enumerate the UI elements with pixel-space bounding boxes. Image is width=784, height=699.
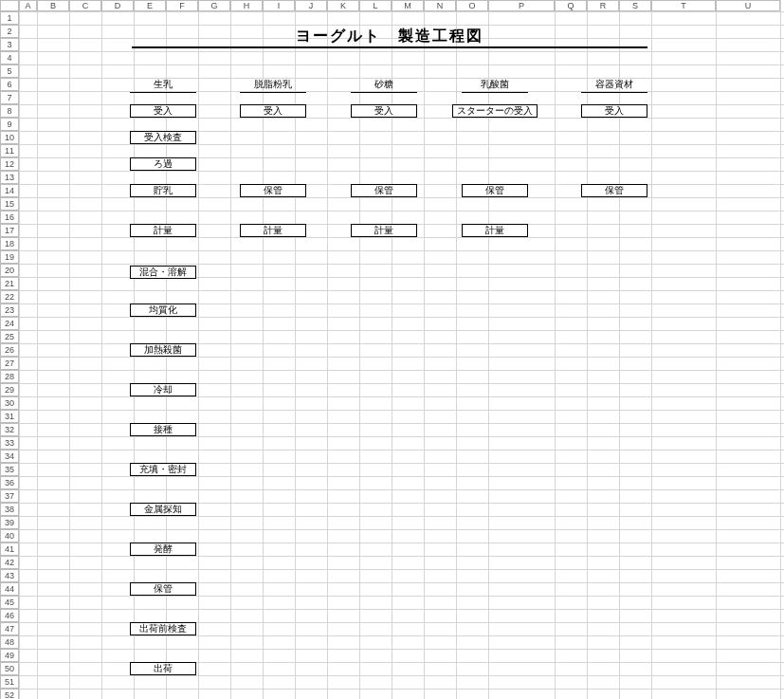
col-header-U[interactable]: U — [716, 0, 780, 11]
row-header-4[interactable]: 4 — [0, 51, 19, 64]
row-header-31[interactable]: 31 — [0, 410, 19, 423]
row-header-45[interactable]: 45 — [0, 596, 19, 609]
row-header-11[interactable]: 11 — [0, 144, 19, 157]
process-box-r39-milk: 金属探知 — [130, 503, 196, 516]
row-header-12[interactable]: 12 — [0, 157, 19, 171]
col-header-A[interactable]: A — [19, 0, 37, 11]
row-header-36[interactable]: 36 — [0, 476, 19, 489]
row-header-21[interactable]: 21 — [0, 277, 19, 290]
row-header-37[interactable]: 37 — [0, 489, 19, 503]
process-box-r8-sugar: 受入 — [351, 104, 417, 118]
col-header-M[interactable]: M — [392, 0, 424, 11]
spreadsheet-sheet: ABCDEFGHIJKLMNOPQRSTU 123456789101112131… — [0, 0, 784, 699]
row-header-44[interactable]: 44 — [0, 582, 19, 596]
row-header-52[interactable]: 52 — [0, 689, 19, 699]
col-header-P[interactable]: P — [488, 0, 555, 11]
category-header-skim: 脱脂粉乳 — [240, 78, 306, 93]
col-header-L[interactable]: L — [359, 0, 392, 11]
row-header-18[interactable]: 18 — [0, 237, 19, 250]
col-header-Q[interactable]: Q — [555, 0, 587, 11]
row-header-17[interactable]: 17 — [0, 224, 19, 237]
col-header-T[interactable]: T — [651, 0, 716, 11]
row-header-3[interactable]: 3 — [0, 38, 19, 51]
row-header-24[interactable]: 24 — [0, 317, 19, 330]
col-header-I[interactable]: I — [263, 0, 295, 11]
col-header-G[interactable]: G — [198, 0, 230, 11]
col-header-B[interactable]: B — [37, 0, 69, 11]
col-header-R[interactable]: R — [587, 0, 619, 11]
row-header-23[interactable]: 23 — [0, 304, 19, 317]
row-header-26[interactable]: 26 — [0, 343, 19, 357]
col-header-N[interactable]: N — [424, 0, 456, 11]
process-box-r14-milk: 貯乳 — [130, 184, 196, 197]
row-header-48[interactable]: 48 — [0, 635, 19, 649]
row-header-40[interactable]: 40 — [0, 529, 19, 543]
row-header-14[interactable]: 14 — [0, 184, 19, 197]
diagram-title-area: ヨーグルト 製造工程図 — [132, 27, 647, 46]
row-header-43[interactable]: 43 — [0, 569, 19, 582]
process-box-r48-milk: 出荷前検査 — [130, 622, 196, 635]
row-header-9[interactable]: 9 — [0, 118, 19, 131]
process-box-r17-milk: 計量 — [130, 224, 196, 237]
row-header-20[interactable]: 20 — [0, 264, 19, 277]
process-box-r12-milk: ろ過 — [130, 157, 196, 171]
row-header-50[interactable]: 50 — [0, 662, 19, 675]
row-header-30[interactable]: 30 — [0, 396, 19, 410]
category-header-sugar: 砂糖 — [351, 78, 417, 93]
process-box-r10-milk: 受入検査 — [130, 131, 196, 144]
process-box-r14-sugar: 保管 — [351, 184, 417, 197]
process-box-r17-sugar: 計量 — [351, 224, 417, 237]
process-box-r14-pkg: 保管 — [581, 184, 647, 197]
process-box-r21-milk: 混合・溶解 — [130, 266, 196, 279]
process-box-r27-milk: 加熱殺菌 — [130, 343, 196, 357]
row-header-49[interactable]: 49 — [0, 649, 19, 662]
col-header-E[interactable]: E — [134, 0, 166, 11]
row-header-51[interactable]: 51 — [0, 675, 19, 689]
process-box-r8-skim: 受入 — [240, 104, 306, 118]
row-header-15[interactable]: 15 — [0, 197, 19, 211]
row-header-6[interactable]: 6 — [0, 78, 19, 91]
row-header-8[interactable]: 8 — [0, 104, 19, 118]
row-header-10[interactable]: 10 — [0, 131, 19, 144]
process-box-r24-milk: 均質化 — [130, 304, 196, 317]
row-header-7[interactable]: 7 — [0, 91, 19, 104]
row-header-13[interactable]: 13 — [0, 171, 19, 184]
process-box-r17-lab: 計量 — [462, 224, 528, 237]
row-header-22[interactable]: 22 — [0, 290, 19, 304]
row-header-16[interactable]: 16 — [0, 211, 19, 224]
row-header-41[interactable]: 41 — [0, 543, 19, 556]
row-header-39[interactable]: 39 — [0, 516, 19, 529]
process-box-r51-milk: 出荷 — [130, 662, 196, 675]
category-header-pkg: 容器資材 — [581, 78, 647, 93]
row-header-34[interactable]: 34 — [0, 450, 19, 463]
select-all-corner[interactable] — [0, 0, 19, 11]
row-header-5[interactable]: 5 — [0, 64, 19, 78]
col-header-J[interactable]: J — [295, 0, 327, 11]
row-header-29[interactable]: 29 — [0, 383, 19, 396]
col-header-F[interactable]: F — [166, 0, 198, 11]
row-header-2[interactable]: 2 — [0, 25, 19, 38]
category-header-lab: 乳酸菌 — [462, 78, 528, 93]
col-header-C[interactable]: C — [69, 0, 101, 11]
row-header-38[interactable]: 38 — [0, 503, 19, 516]
col-header-H[interactable]: H — [230, 0, 263, 11]
row-header-42[interactable]: 42 — [0, 556, 19, 569]
process-box-r14-skim: 保管 — [240, 184, 306, 197]
row-header-35[interactable]: 35 — [0, 463, 19, 476]
process-box-r45-milk: 保管 — [130, 582, 196, 596]
row-header-32[interactable]: 32 — [0, 423, 19, 436]
row-header-19[interactable]: 19 — [0, 250, 19, 264]
row-header-25[interactable]: 25 — [0, 330, 19, 343]
row-header-47[interactable]: 47 — [0, 622, 19, 635]
col-header-D[interactable]: D — [101, 0, 134, 11]
process-box-r14-lab: 保管 — [462, 184, 528, 197]
col-header-S[interactable]: S — [619, 0, 651, 11]
row-header-28[interactable]: 28 — [0, 370, 19, 383]
col-header-K[interactable]: K — [327, 0, 359, 11]
row-header-46[interactable]: 46 — [0, 609, 19, 622]
row-header-1[interactable]: 1 — [0, 11, 19, 25]
diagram-title: ヨーグルト 製造工程図 — [296, 28, 483, 44]
row-header-33[interactable]: 33 — [0, 436, 19, 450]
col-header-O[interactable]: O — [456, 0, 488, 11]
row-header-27[interactable]: 27 — [0, 357, 19, 370]
